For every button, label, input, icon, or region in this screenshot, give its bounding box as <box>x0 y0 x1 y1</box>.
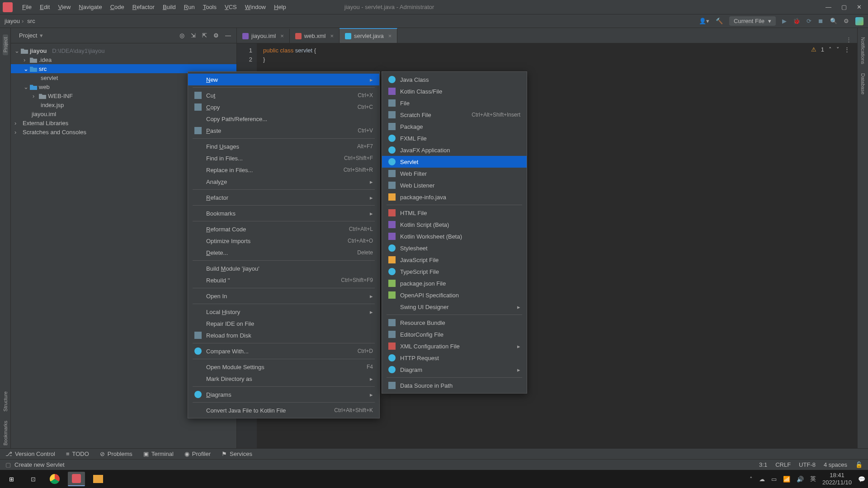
tab-jiayou-iml[interactable]: jiayou.iml× <box>237 29 290 43</box>
gear-icon[interactable]: ⚙ <box>213 32 219 39</box>
tree-root[interactable]: ⌄jiayou D:\IDEA\day1\jiayou <box>11 46 236 55</box>
menu-item-openapi-specification[interactable]: OpenAPI Specification <box>382 289 527 301</box>
menu-item-javascript-file[interactable]: JavaScript File <box>382 254 527 266</box>
bottom-version-control[interactable]: ⎇Version Control <box>5 450 55 457</box>
close-tab-icon[interactable]: × <box>280 33 284 39</box>
status-indent[interactable]: 4 spaces <box>824 461 847 468</box>
menu-item-local-history[interactable]: Local History▸ <box>188 306 379 318</box>
chrome-icon[interactable] <box>46 472 63 486</box>
user-icon[interactable]: 👤▾ <box>699 18 709 24</box>
expand-icon[interactable]: ⇲ <box>191 32 196 39</box>
menu-item-editorconfig-file[interactable]: EditorConfig File <box>382 328 527 340</box>
menu-item-optimize-imports[interactable]: Optimize ImportsCtrl+Alt+O <box>188 235 379 247</box>
stop-icon[interactable]: ⏹ <box>818 18 824 24</box>
task-view-icon[interactable]: ⊡ <box>24 472 42 486</box>
menu-item-reformat-code[interactable]: Reformat CodeCtrl+Alt+L <box>188 223 379 235</box>
bottom-todo[interactable]: ≡TODO <box>66 450 89 457</box>
collapse-icon[interactable]: ⇱ <box>202 32 207 39</box>
project-title[interactable]: Project ▾ <box>16 32 43 39</box>
menu-item-reload-from-disk[interactable]: Reload from Disk <box>188 329 379 341</box>
rail-database[interactable]: Database <box>860 70 866 97</box>
menu-item-file[interactable]: File <box>382 97 527 109</box>
menu-navigate[interactable]: Navigate <box>75 1 106 13</box>
menu-item-java-class[interactable]: Java Class <box>382 74 527 85</box>
status-pos[interactable]: 3:1 <box>759 461 767 468</box>
battery-icon[interactable]: ▭ <box>771 476 777 483</box>
menu-item-paste[interactable]: PasteCtrl+V <box>188 125 379 136</box>
bottom-services[interactable]: ⚑Services <box>222 450 252 457</box>
menu-item-open-module-settings[interactable]: Open Module SettingsF4 <box>188 361 379 373</box>
menu-item-repair-ide-on-file[interactable]: Repair IDE on File <box>188 318 379 329</box>
menu-edit[interactable]: Edit <box>36 1 54 13</box>
target-icon[interactable]: ◎ <box>179 32 184 39</box>
status-crlf[interactable]: CRLF <box>775 461 791 468</box>
menu-item-mark-directory-as[interactable]: Mark Directory as▸ <box>188 373 379 385</box>
menu-item-kotlin-script-beta-[interactable]: Kotlin Script (Beta) <box>382 219 527 230</box>
rail-notifications[interactable]: Notifications <box>860 34 866 67</box>
menu-item-resource-bundle[interactable]: Resource Bundle <box>382 317 527 328</box>
status-enc[interactable]: UTF-8 <box>799 461 816 468</box>
taskbar-clock[interactable]: 18:41 2022/11/10 <box>822 472 852 486</box>
menu-item-build-module-jiayou-[interactable]: Build Module 'jiayou' <box>188 263 379 274</box>
hide-icon[interactable]: — <box>225 32 231 39</box>
menu-item-servlet[interactable]: Servlet <box>382 156 527 168</box>
close-icon[interactable]: ✕ <box>857 4 862 10</box>
rail-bookmarks[interactable]: Bookmarks <box>3 418 8 448</box>
debug-icon[interactable]: 🐞 <box>793 18 800 24</box>
menu-item-diagram[interactable]: Diagram▸ <box>382 364 527 375</box>
menu-vcs[interactable]: VCS <box>221 1 241 13</box>
menu-refactor[interactable]: Refactor <box>128 1 159 13</box>
tree-idea[interactable]: ›.idea <box>11 55 236 64</box>
tab-servlet-java[interactable]: servlet.java× <box>340 28 397 43</box>
menu-run[interactable]: Run <box>180 1 199 13</box>
menu-item-package[interactable]: Package <box>382 121 527 132</box>
rail-structure[interactable]: Structure <box>3 389 8 414</box>
menu-file[interactable]: File <box>18 1 36 13</box>
menu-item-copy[interactable]: CopyCtrl+C <box>188 101 379 113</box>
menu-item-stylesheet[interactable]: Stylesheet <box>382 242 527 254</box>
chevron-down-icon[interactable]: ˅ <box>836 46 840 53</box>
build-icon[interactable]: 🔨 <box>716 18 723 24</box>
menu-item-find-usages[interactable]: Find UsagesAlt+F7 <box>188 141 379 152</box>
menu-item-html-file[interactable]: HTML File <box>382 207 527 219</box>
menu-item-copy-path-reference-[interactable]: Copy Path/Reference... <box>188 113 379 125</box>
context-menu[interactable]: New▸CutCtrl+XCopyCtrl+CCopy Path/Referen… <box>188 71 380 418</box>
search-icon[interactable]: 🔍 <box>830 18 837 24</box>
menu-item-package-info-java[interactable]: package-info.java <box>382 191 527 203</box>
tabs-more-icon[interactable]: ⋮ <box>840 36 857 43</box>
run-icon[interactable]: ▶ <box>782 18 787 24</box>
editor-inspection[interactable]: ⚠1 ˄ ˅ ⋮ <box>811 46 850 53</box>
bottom-problems[interactable]: ⊘Problems <box>100 450 132 457</box>
menu-item-kotlin-worksheet-beta-[interactable]: Kotlin Worksheet (Beta) <box>382 230 527 242</box>
menu-item-xml-configuration-file[interactable]: XML Configuration File▸ <box>382 340 527 352</box>
maximize-icon[interactable]: ▢ <box>841 4 847 10</box>
menu-item-open-in[interactable]: Open In▸ <box>188 290 379 302</box>
minimize-icon[interactable]: — <box>826 4 831 10</box>
menu-item-javafx-application[interactable]: JavaFX Application <box>382 144 527 156</box>
menu-item-refactor[interactable]: Refactor▸ <box>188 192 379 203</box>
bottom-profiler[interactable]: ◉Profiler <box>184 450 211 457</box>
menu-code[interactable]: Code <box>106 1 128 13</box>
menu-window[interactable]: Window <box>241 1 270 13</box>
tray-chevron-icon[interactable]: ˄ <box>750 476 753 483</box>
menu-item-web-listener[interactable]: Web Listener <box>382 179 527 191</box>
menu-tools[interactable]: Tools <box>199 1 221 13</box>
menu-item-swing-ui-designer[interactable]: Swing UI Designer▸ <box>382 301 527 313</box>
more-run-icon[interactable]: ⟳ <box>807 18 811 24</box>
menu-item-package-json-file[interactable]: package.json File <box>382 277 527 289</box>
crumb-root[interactable]: jiayou <box>5 18 20 24</box>
crumb-src[interactable]: src <box>27 18 35 24</box>
tab-web-xml[interactable]: web.xml× <box>290 29 340 43</box>
settings-icon[interactable]: ⚙ <box>844 18 849 24</box>
volume-icon[interactable]: 🔊 <box>797 476 804 483</box>
start-button[interactable]: ⊞ <box>3 472 20 486</box>
menu-item-analyze[interactable]: Analyze▸ <box>188 176 379 188</box>
close-tab-icon[interactable]: × <box>330 33 334 39</box>
menu-item-replace-in-files-[interactable]: Replace in Files...Ctrl+Shift+R <box>188 164 379 176</box>
menu-item-find-in-files-[interactable]: Find in Files...Ctrl+Shift+F <box>188 152 379 164</box>
notifications-icon[interactable]: 💬 <box>858 476 865 483</box>
menu-item-bookmarks[interactable]: Bookmarks▸ <box>188 207 379 219</box>
menu-item-scratch-file[interactable]: Scratch FileCtrl+Alt+Shift+Insert <box>382 109 527 121</box>
more-icon[interactable]: ⋮ <box>844 46 850 53</box>
menu-item-cut[interactable]: CutCtrl+X <box>188 89 379 101</box>
